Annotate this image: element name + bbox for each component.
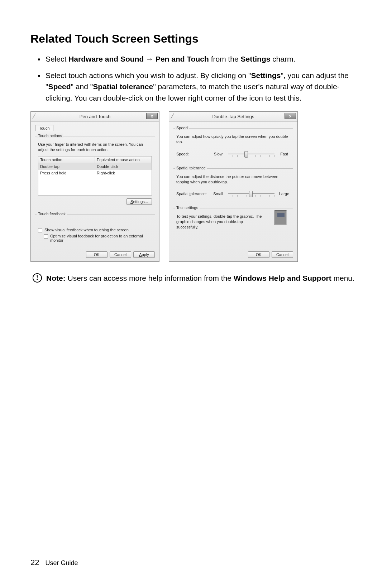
group-label-speed: Speed	[175, 126, 189, 130]
cell: Right-click	[95, 170, 152, 176]
page-number: 22	[30, 558, 39, 567]
bullet2-b3: Spatial tolerance	[93, 82, 153, 91]
spatial-desc: You can adjust the distance the pointer …	[176, 174, 290, 185]
cancel-button[interactable]: Cancel	[110, 251, 131, 258]
touch-feedback-group: Touch feedback Show visual feedback when…	[35, 214, 155, 251]
cancel-button[interactable]: Cancel	[272, 251, 293, 258]
note-t1: Users can access more help information f…	[66, 274, 234, 282]
spatial-label: Spatial tolerance:	[176, 192, 209, 196]
close-button[interactable]: x	[146, 113, 158, 119]
dialog-screenshots: Pen and Touch x Touch Touch actions Use …	[30, 111, 357, 262]
pen-icon	[171, 114, 179, 121]
fast-label: Fast	[278, 152, 290, 156]
checkbox-optimize-feedback[interactable]: Optimize visual feedback for projection …	[38, 234, 152, 242]
checkbox-show-feedback[interactable]: Show visual feedback when touching the s…	[38, 228, 152, 232]
bullet2-t1: Select touch actions which you wish to a…	[46, 71, 251, 79]
test-graphic[interactable]	[274, 210, 287, 225]
test-desc: To test your settings, double-tap the gr…	[176, 214, 262, 230]
slider-thumb[interactable]	[249, 191, 253, 197]
bullet1-arrow: →	[144, 55, 156, 63]
large-label: Large	[278, 192, 290, 196]
table-row[interactable]: Press and hold Right-click	[38, 170, 152, 176]
apply-button[interactable]: Apply	[133, 251, 155, 258]
bullet1-hardware: Hardware and Sound	[68, 55, 144, 63]
note-text: Note: Users can access more help informa…	[46, 273, 354, 284]
bullet2-b1: Settings	[251, 71, 281, 79]
ok-button[interactable]: OK	[248, 251, 269, 258]
cell: Double-tap	[38, 163, 95, 170]
bullet2-t3: " and "	[71, 82, 93, 91]
note-b1: Windows Help and Support	[234, 274, 331, 282]
titlebar: Pen and Touch x	[31, 112, 159, 122]
speed-desc: You can adjust how quickly you tap the s…	[176, 134, 290, 145]
bullet1-post: charm.	[270, 55, 295, 63]
bullet2-b2: Speed	[48, 82, 71, 91]
note-lead: Note:	[46, 274, 66, 282]
ok-button[interactable]: OK	[86, 251, 108, 258]
spatial-slider[interactable]	[228, 190, 274, 197]
spatial-tolerance-group: Spatial tolerance You can adjust the dis…	[173, 168, 293, 201]
pen-icon	[33, 114, 40, 121]
titlebar: Double-Tap Settings x	[169, 112, 297, 122]
bullet1-settings: Settings	[241, 55, 271, 63]
section-heading: Related Touch Screen Settings	[30, 32, 357, 45]
footer-label: User Guide	[46, 559, 78, 567]
bullet-2: Select touch actions which you wish to a…	[38, 70, 357, 104]
bullet1-mid: from the	[209, 55, 241, 63]
note-block: ! Note: Users can access more help infor…	[30, 273, 357, 284]
dialog-title: Double-Tap Settings	[212, 114, 254, 119]
tab-touch[interactable]: Touch	[35, 125, 53, 131]
bullet1-pre: Select	[46, 55, 68, 63]
checkbox-icon	[38, 228, 42, 232]
bullet1-pen: Pen and Touch	[156, 55, 209, 63]
speed-slider[interactable]	[228, 150, 274, 158]
col-mouse-action: Equivalent mouse action	[95, 156, 152, 163]
close-button[interactable]: x	[285, 113, 296, 119]
checkbox-icon	[44, 234, 48, 238]
touch-actions-desc: Use your finger to interact with items o…	[38, 142, 152, 153]
dialog-title: Pen and Touch	[80, 114, 111, 119]
slider-thumb[interactable]	[244, 151, 248, 158]
speed-group: Speed You can adjust how quickly you tap…	[173, 128, 293, 161]
speed-label: Speed:	[176, 152, 209, 156]
group-label-touch-feedback: Touch feedback	[37, 212, 67, 216]
page-footer: 22 User Guide	[30, 558, 78, 567]
checkbox-label: Show visual feedback when touching the s…	[44, 228, 129, 232]
touch-actions-table: Touch action Equivalent mouse action Dou…	[38, 156, 152, 196]
cell: Press and hold	[38, 170, 95, 176]
settings-button[interactable]: Settings...	[126, 198, 152, 205]
group-label-spatial: Spatial tolerance	[175, 166, 207, 170]
instruction-list: Select Hardware and Sound → Pen and Touc…	[30, 53, 357, 103]
table-row[interactable]: Double-tap Double-click	[38, 163, 152, 170]
note-icon: !	[33, 273, 42, 283]
group-label-test: Test settings	[175, 206, 200, 210]
group-label-touch-actions: Touch actions	[37, 134, 63, 138]
small-label: Small	[212, 192, 224, 196]
bullet-1: Select Hardware and Sound → Pen and Touc…	[38, 53, 357, 65]
test-settings-group: Test settings To test your settings, dou…	[173, 208, 293, 233]
double-tap-settings-dialog: Double-Tap Settings x Speed You can adju…	[169, 111, 298, 262]
settings-btn-label: ettings...	[133, 199, 148, 204]
checkbox-label: Optimize visual feedback for projection …	[50, 234, 152, 242]
cell: Double-click	[95, 163, 152, 170]
pen-and-touch-dialog: Pen and Touch x Touch Touch actions Use …	[30, 111, 159, 262]
note-t2: menu.	[331, 274, 354, 282]
slow-label: Slow	[212, 152, 224, 156]
col-touch-action: Touch action	[38, 156, 95, 163]
touch-actions-group: Touch actions Use your finger to interac…	[35, 136, 155, 208]
